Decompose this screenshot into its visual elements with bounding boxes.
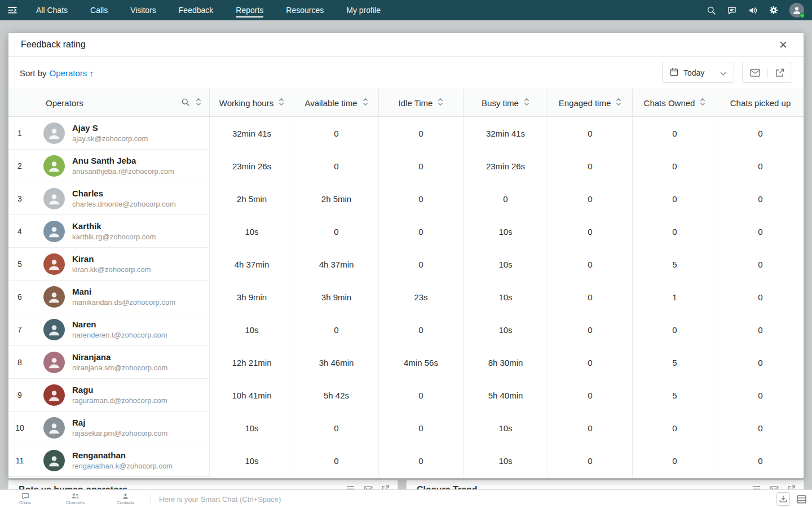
sort-icon[interactable]	[616, 98, 621, 108]
sort-icon[interactable]	[363, 98, 368, 108]
sort-by: Sort byOperators ↑	[20, 68, 94, 78]
row-index: 2	[8, 150, 31, 182]
operator-cell[interactable]: Charles charles.dmonte@zohocorp.com	[31, 182, 209, 215]
table-row[interactable]: 9 Ragu raguraman.d@zohocorp.com 10h 41mi…	[8, 379, 804, 411]
nav-feedback[interactable]: Feedback	[167, 0, 224, 20]
operator-cell[interactable]: Renganathan renganathan.k@zohocorp.com	[31, 444, 209, 477]
date-filter-dropdown[interactable]: Today	[662, 63, 734, 83]
smart-chat-input[interactable]: Here is your Smart Chat (Ctrl+Space)	[159, 495, 281, 503]
operator-name: Naren	[72, 319, 167, 329]
metric-value: 0	[294, 313, 378, 346]
close-icon[interactable]: ✕	[775, 37, 791, 52]
metric-value: 0	[548, 346, 632, 379]
operator-cell[interactable]: Anu Santh Jeba anusanthjeba.r@zohocorp.c…	[31, 150, 209, 182]
table-row[interactable]: 7 Naren narenderen.t@zohocorp.com 10s001…	[8, 313, 804, 346]
sort-icon[interactable]	[700, 98, 705, 108]
metric-value: 1	[632, 281, 717, 313]
announcement-icon[interactable]	[748, 6, 758, 15]
column-header[interactable]: Available time	[294, 89, 378, 116]
column-header[interactable]: Idle Time	[378, 89, 463, 116]
table-row[interactable]: 3 Charles charles.dmonte@zohocorp.com 2h…	[8, 182, 804, 215]
menu-toggle-icon[interactable]	[0, 6, 25, 14]
operator-email: kiran.kk@zohocorp.com	[72, 265, 151, 274]
metric-value: 10s	[209, 215, 294, 248]
operator-cell[interactable]: Mani manikandan.ds@zohocorp.com	[31, 281, 209, 313]
topnav-icons	[707, 3, 812, 17]
operator-cell[interactable]: Karthik karthik.rg@zohocorp.com	[31, 215, 209, 248]
sort-by-operators-link[interactable]: Operators ↑	[50, 68, 94, 78]
metric-value: 4h 37min	[209, 248, 294, 281]
sort-icon[interactable]	[196, 98, 201, 108]
nav-all-chats[interactable]: All Chats	[25, 0, 79, 20]
bottombar-chats[interactable]: Chats	[0, 490, 50, 508]
settings-gear-icon[interactable]	[769, 5, 779, 15]
metric-value: 3h 9min	[209, 281, 294, 313]
search-icon[interactable]	[707, 6, 716, 15]
operator-name: Renganathan	[72, 450, 173, 460]
metric-value: 0	[717, 411, 804, 444]
email-report-icon[interactable]	[743, 63, 767, 82]
operator-email: narenderen.t@zohocorp.com	[72, 331, 167, 339]
metric-value: 0	[548, 411, 632, 444]
user-avatar[interactable]	[789, 3, 804, 17]
nav-my-profile[interactable]: My profile	[335, 0, 392, 20]
metric-value: 0	[294, 150, 378, 182]
metric-value: 5h 42s	[294, 379, 378, 411]
modal-header: Feedback rating ✕	[8, 33, 804, 57]
metric-value: 0	[548, 117, 632, 150]
metric-value: 0	[548, 313, 632, 346]
metric-value: 0	[632, 215, 717, 248]
table-row[interactable]: 8 Niranjana niranjana.sm@zohocorp.com 12…	[8, 346, 804, 379]
open-external-icon[interactable]	[768, 63, 792, 82]
sort-icon[interactable]	[279, 98, 284, 108]
row-index: 6	[8, 281, 31, 313]
column-header[interactable]: Chats Owned	[632, 89, 717, 116]
column-header[interactable]: Engaged time	[548, 89, 632, 116]
column-search-icon[interactable]	[181, 98, 190, 108]
table-row[interactable]: 1 Ajay S ajay.sk@zohocorp.com 32min 41s0…	[8, 117, 804, 150]
nav-calls[interactable]: Calls	[79, 0, 119, 20]
metric-value: 0	[294, 444, 378, 477]
panel-list-icon[interactable]	[797, 495, 806, 503]
table-row[interactable]: 10 Raj rajasekar.pm@zohocorp.com 10s0010…	[8, 411, 804, 444]
table-row[interactable]: 6 Mani manikandan.ds@zohocorp.com 3h 9mi…	[8, 281, 804, 313]
bottombar-contacts[interactable]: Contacts	[100, 490, 151, 508]
column-header[interactable]: Busy time	[463, 89, 548, 116]
operator-cell[interactable]: Naren narenderen.t@zohocorp.com	[31, 313, 209, 346]
metric-value: 3h 9min	[294, 281, 378, 313]
header-operators[interactable]: Operators	[31, 89, 209, 116]
operator-cell[interactable]: Raj rajasekar.pm@zohocorp.com	[31, 411, 209, 444]
operator-cell[interactable]: Niranjana niranjana.sm@zohocorp.com	[31, 346, 209, 379]
operator-cell[interactable]: Kiran kiran.kk@zohocorp.com	[31, 248, 209, 281]
nav-reports[interactable]: Reports	[224, 0, 275, 20]
sort-icon[interactable]	[524, 98, 529, 108]
metric-value: 10s	[463, 281, 548, 313]
operator-name: Anu Santh Jeba	[72, 156, 174, 165]
table-row[interactable]: 2 Anu Santh Jeba anusanthjeba.r@zohocorp…	[8, 150, 804, 182]
bottombar-channels[interactable]: Channels	[50, 490, 100, 508]
nav-visitors[interactable]: Visitors	[119, 0, 167, 20]
metric-value: 4h 37min	[294, 248, 378, 281]
chevron-down-icon	[720, 68, 726, 77]
metric-value: 0	[548, 281, 632, 313]
metric-value: 5	[632, 346, 717, 379]
table-row[interactable]: 5 Kiran kiran.kk@zohocorp.com 4h 37min4h…	[8, 248, 804, 281]
operator-cell[interactable]: Ajay S ajay.sk@zohocorp.com	[31, 117, 209, 150]
metric-value: 0	[548, 379, 632, 411]
metric-value: 5h 40min	[463, 379, 548, 411]
metric-value: 0	[294, 411, 378, 444]
table-row[interactable]: 4 Karthik karthik.rg@zohocorp.com 10s001…	[8, 215, 804, 248]
sort-icon[interactable]	[438, 98, 443, 108]
table-row[interactable]: 11 Renganathan renganathan.k@zohocorp.co…	[8, 444, 804, 477]
row-index: 1	[8, 117, 31, 150]
column-header[interactable]: Working hours	[209, 89, 294, 116]
operator-cell[interactable]: Ragu raguraman.d@zohocorp.com	[31, 379, 209, 411]
row-index: 5	[8, 248, 31, 281]
metric-value: 0	[378, 117, 463, 150]
chat-icon[interactable]	[727, 6, 737, 15]
nav-resources[interactable]: Resources	[275, 0, 335, 20]
bottom-bar: Chats Channels Contacts Here is your Sma…	[0, 489, 812, 508]
column-header[interactable]: Chats picked up	[717, 89, 804, 116]
import-tray-icon[interactable]	[776, 492, 790, 506]
row-index: 11	[8, 444, 31, 477]
